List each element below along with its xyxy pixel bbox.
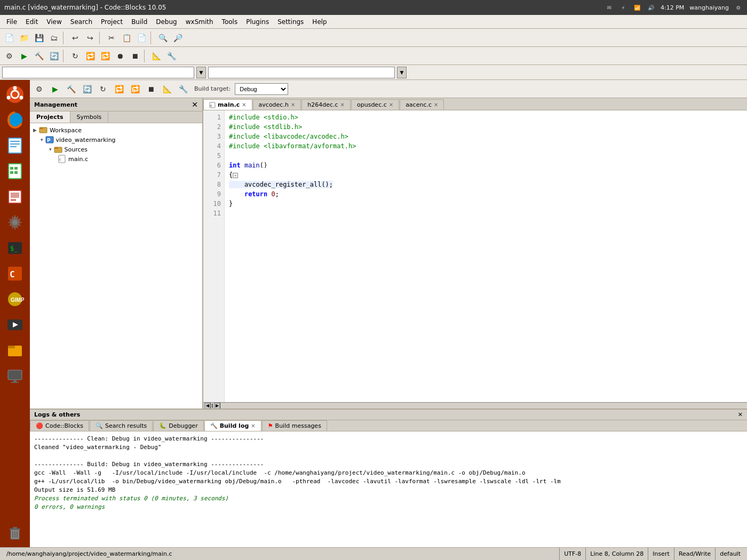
tab-opusdec[interactable]: opusdec.c ✕ bbox=[351, 99, 399, 110]
hscroll-right-btn[interactable]: ▶ bbox=[214, 403, 220, 409]
log-tab-buildlog[interactable]: 🔨 Build log ✕ bbox=[204, 420, 261, 431]
menu-search[interactable]: Search bbox=[66, 17, 97, 27]
ln-5: 5 bbox=[206, 151, 221, 161]
gimp-icon[interactable]: GIMP bbox=[3, 287, 27, 311]
tb-build-run-button[interactable]: 🔨 bbox=[32, 49, 46, 63]
code-editor[interactable]: 1 2 3 4 5 6 7 8 9 10 11 bbox=[203, 110, 747, 402]
svg-rect-12 bbox=[14, 167, 18, 170]
tab-avcodec[interactable]: avcodec.h ✕ bbox=[253, 99, 301, 110]
menu-view[interactable]: View bbox=[42, 17, 66, 27]
tab-symbols[interactable]: Symbols bbox=[70, 111, 109, 123]
tb-new-button[interactable]: 📄 bbox=[2, 31, 16, 45]
build-settings-btn[interactable]: ⚙ bbox=[32, 82, 46, 96]
files-icon[interactable] bbox=[3, 338, 27, 363]
tab-h264dec[interactable]: h264dec.c ✕ bbox=[301, 99, 351, 110]
build-rebuild-btn[interactable]: 🔄 bbox=[80, 82, 94, 96]
log-tab-buildmsg[interactable]: ⚑ Build messages bbox=[262, 420, 327, 431]
tab-avcodec-close[interactable]: ✕ bbox=[291, 102, 295, 108]
build-compile-btn[interactable]: 🔨 bbox=[64, 82, 78, 96]
tree-main-c[interactable]: c main.c bbox=[32, 154, 200, 164]
build-window-btn[interactable]: 📐 bbox=[160, 82, 174, 96]
build-misc-btn[interactable]: 🔧 bbox=[176, 82, 190, 96]
settings-icon[interactable] bbox=[3, 210, 27, 235]
tb-run-button[interactable]: ▶ bbox=[17, 49, 31, 63]
tb-find-button[interactable]: 🔍 bbox=[156, 31, 170, 45]
logs-tabs: 🔴 Code::Blocks 🔍 Search results 🐛 Debugg… bbox=[30, 420, 747, 431]
menu-file[interactable]: File bbox=[2, 17, 21, 27]
tab-projects[interactable]: Projects bbox=[30, 111, 70, 123]
build-debug-btn[interactable]: 🔂 bbox=[128, 82, 142, 96]
tab-aacenc-close[interactable]: ✕ bbox=[434, 102, 438, 108]
menu-plugins[interactable]: Plugins bbox=[242, 17, 273, 27]
tb-rebuild-button[interactable]: 🔄 bbox=[47, 49, 61, 63]
tb-saveall-button[interactable]: 🗂 bbox=[47, 31, 61, 45]
tb-stop-debug-button[interactable]: ⏺ bbox=[113, 49, 127, 63]
build-target-select[interactable]: Debug Release bbox=[235, 83, 288, 95]
build-clean-btn[interactable]: 🔁 bbox=[112, 82, 126, 96]
tree-sources[interactable]: ▾ Sources bbox=[32, 145, 200, 154]
menu-wxsmith[interactable]: wxSmith bbox=[181, 17, 218, 27]
tb-window-button[interactable]: 📐 bbox=[149, 49, 163, 63]
fold-marker-7[interactable]: - bbox=[233, 173, 238, 178]
tb-undo-button[interactable]: ↩ bbox=[68, 31, 82, 45]
tb-copy-button[interactable]: 📋 bbox=[120, 31, 133, 45]
function-selector[interactable]: main() : int bbox=[208, 67, 395, 78]
code-content[interactable]: #include <stdio.h> #include <stdlib.h> #… bbox=[225, 110, 747, 402]
path-input[interactable] bbox=[2, 67, 194, 78]
menu-edit[interactable]: Edit bbox=[21, 17, 42, 27]
tb-replace-button[interactable]: 🔎 bbox=[171, 31, 185, 45]
management-label: Management bbox=[34, 101, 77, 108]
logs-close-btn[interactable]: ✕ bbox=[738, 411, 743, 418]
hscroll-left-btn[interactable]: ◀ bbox=[204, 403, 211, 409]
tb-stepinto-button[interactable]: 🔁 bbox=[83, 49, 97, 63]
function-arrow[interactable]: ▼ bbox=[397, 67, 407, 78]
terminal-icon[interactable]: $_ bbox=[3, 236, 27, 260]
calc-icon[interactable] bbox=[3, 159, 27, 183]
tb-stepout-button[interactable]: 🔂 bbox=[98, 49, 112, 63]
tab-opusdec-close[interactable]: ✕ bbox=[389, 102, 393, 108]
tab-h264dec-close[interactable]: ✕ bbox=[340, 102, 345, 108]
path-arrow[interactable]: ▼ bbox=[196, 67, 206, 78]
build-stop-btn[interactable]: ⏹ bbox=[144, 82, 158, 96]
codeblocks-editor-icon[interactable]: C bbox=[3, 261, 27, 286]
log-tab-buildlog-close[interactable]: ✕ bbox=[251, 423, 255, 429]
menu-tools[interactable]: Tools bbox=[218, 17, 242, 27]
tb-stepover-button[interactable]: ↻ bbox=[68, 49, 82, 63]
video-icon[interactable] bbox=[3, 313, 27, 337]
trash-icon[interactable] bbox=[3, 521, 27, 545]
logs-content[interactable]: -------------- Clean: Debug in video_wat… bbox=[30, 431, 747, 547]
menu-help[interactable]: Help bbox=[308, 17, 331, 27]
impress-icon[interactable] bbox=[3, 185, 27, 209]
log-tab-codeblocks[interactable]: 🔴 Code::Blocks bbox=[30, 420, 89, 431]
tb-open-button[interactable]: 📁 bbox=[17, 31, 31, 45]
tb-settings-btn[interactable]: ⚙ bbox=[2, 49, 16, 63]
menu-settings[interactable]: Settings bbox=[273, 17, 308, 27]
svg-rect-16 bbox=[11, 193, 19, 198]
display-manager-icon[interactable] bbox=[3, 364, 27, 388]
tb-misc-button[interactable]: 🔧 bbox=[164, 49, 178, 63]
tb-stop-button[interactable]: ⏹ bbox=[128, 49, 142, 63]
ubuntu-icon[interactable] bbox=[3, 82, 27, 107]
tab-main-c-close[interactable]: ✕ bbox=[242, 102, 246, 108]
tab-main-c[interactable]: c main.c ✕ bbox=[203, 99, 252, 110]
editor-hscrollbar[interactable]: ◀ ▶ bbox=[203, 402, 747, 409]
tb-paste-button[interactable]: 📄 bbox=[134, 31, 148, 45]
sidebar-close-btn[interactable]: ✕ bbox=[192, 100, 198, 109]
log-tab-debugger-label: Debugger bbox=[169, 422, 197, 429]
tb-save-button[interactable]: 💾 bbox=[32, 31, 46, 45]
log-tab-search[interactable]: 🔍 Search results bbox=[90, 420, 153, 431]
tree-project[interactable]: ▾ P video_watermarking bbox=[32, 135, 200, 145]
tb-cut-button[interactable]: ✂ bbox=[105, 31, 118, 45]
tb-redo-button[interactable]: ↪ bbox=[83, 31, 97, 45]
editor-tabs: c main.c ✕ avcodec.h ✕ h264dec.c ✕ bbox=[203, 98, 747, 110]
tree-workspace[interactable]: ▶ Workspace bbox=[32, 125, 200, 135]
firefox-icon[interactable] bbox=[3, 108, 27, 132]
menu-debug[interactable]: Debug bbox=[152, 17, 181, 27]
build-abort-btn[interactable]: ↻ bbox=[96, 82, 110, 96]
build-run-btn[interactable]: ▶ bbox=[48, 82, 62, 96]
menu-build[interactable]: Build bbox=[127, 17, 152, 27]
log-tab-debugger[interactable]: 🐛 Debugger bbox=[153, 420, 203, 431]
tab-aacenc[interactable]: aacenc.c ✕ bbox=[400, 99, 444, 110]
menu-project[interactable]: Project bbox=[97, 17, 127, 27]
writer-icon[interactable] bbox=[3, 133, 27, 158]
